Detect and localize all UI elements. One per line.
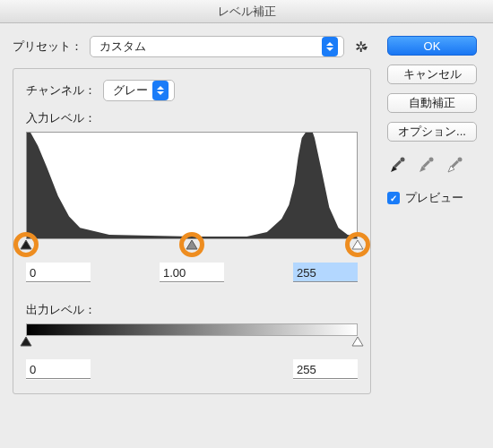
stepper-icon [322, 37, 338, 56]
svg-point-3 [429, 158, 434, 162]
input-slider-track[interactable] [26, 237, 358, 257]
input-white-field[interactable] [293, 263, 358, 282]
channel-label: チャンネル： [26, 82, 96, 99]
auto-button[interactable]: 自動補正 [387, 93, 477, 113]
preview-label: プレビュー [405, 190, 463, 206]
preset-menu-button[interactable]: ✲▾ [351, 37, 371, 56]
options-button[interactable]: オプション... [387, 122, 477, 142]
svg-point-1 [401, 158, 405, 162]
channel-row: チャンネル： グレー [26, 80, 358, 101]
eyedropper-icon [388, 155, 408, 175]
input-gamma-field[interactable] [160, 263, 224, 282]
output-values-row [26, 359, 358, 379]
eyedropper-gray[interactable] [416, 154, 437, 176]
output-white-field[interactable] [293, 359, 358, 379]
output-slider-track[interactable] [26, 334, 358, 354]
output-levels-label: 出力レベル： [26, 302, 358, 318]
eyedropper-icon [445, 155, 465, 175]
preview-row: ✓ プレビュー [387, 190, 477, 206]
channel-select[interactable]: グレー [103, 80, 175, 101]
levels-group: チャンネル： グレー 入力レベル： [13, 68, 371, 394]
preset-select[interactable]: カスタム [90, 36, 344, 57]
dialog-title: レベル補正 [218, 4, 276, 20]
output-white-slider[interactable] [350, 334, 365, 349]
input-levels-label: 入力レベル： [26, 110, 358, 126]
input-black-field[interactable] [26, 263, 91, 282]
eyedropper-black[interactable] [387, 154, 409, 176]
channel-value: グレー [113, 82, 148, 99]
preset-value: カスタム [99, 39, 146, 55]
preview-checkbox[interactable]: ✓ [387, 192, 400, 204]
input-black-slider[interactable] [19, 237, 33, 252]
eyedropper-icon [417, 155, 437, 175]
right-column: OK キャンセル 自動補正 オプション... [387, 36, 477, 394]
left-column: プリセット： カスタム ✲▾ チャンネル： グレー [13, 36, 371, 394]
preset-label: プリセット： [13, 39, 82, 55]
input-gamma-slider[interactable] [185, 237, 199, 252]
preset-row: プリセット： カスタム ✲▾ [13, 36, 371, 57]
svg-point-5 [458, 158, 463, 162]
output-section: 出力レベル： [26, 302, 358, 379]
output-black-field[interactable] [26, 359, 91, 379]
levels-dialog: { "title": "レベル補正", "preset": { "label":… [0, 0, 493, 448]
cancel-button[interactable]: キャンセル [387, 65, 477, 84]
eyedropper-white[interactable] [445, 154, 466, 176]
histogram [26, 132, 358, 239]
input-white-slider[interactable] [350, 237, 365, 252]
eyedropper-row [387, 154, 477, 176]
input-values-row [26, 263, 358, 282]
stepper-icon [152, 81, 169, 100]
svg-rect-0 [394, 160, 401, 168]
output-black-slider[interactable] [19, 334, 33, 349]
ok-button[interactable]: OK [387, 36, 477, 56]
title-bar: レベル補正 [0, 0, 493, 23]
svg-rect-2 [422, 160, 429, 168]
svg-rect-4 [451, 160, 458, 168]
